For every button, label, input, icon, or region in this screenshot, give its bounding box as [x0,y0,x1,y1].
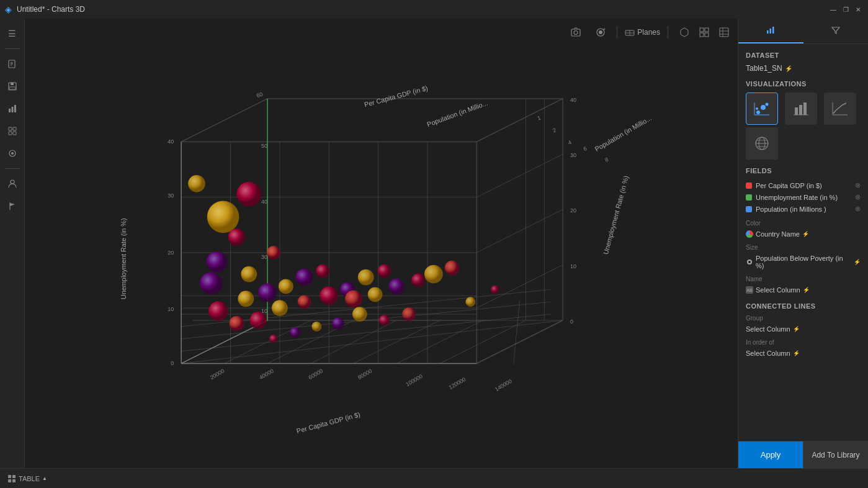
dataset-link-icon[interactable]: ⚡ [785,65,792,72]
chart-area[interactable]: Planes [25,19,738,468]
group-edit-icon[interactable]: ⚡ [793,326,800,332]
size-value: Population Below Poverty (in %) [756,255,851,269]
grid-view-icon[interactable] [696,24,713,41]
color-edit-icon[interactable]: ⚡ [802,231,809,237]
group-label: Group [746,315,861,322]
svg-rect-5 [11,83,14,85]
svg-line-63 [477,320,563,363]
svg-point-111 [207,201,239,233]
left-sidebar: ☰ [0,19,25,468]
minimize-button[interactable]: — [828,4,838,14]
svg-point-140 [491,285,499,294]
restore-button[interactable]: ❐ [841,4,851,14]
svg-point-118 [267,246,280,260]
svg-point-113 [207,251,228,273]
svg-text:0: 0 [171,360,174,366]
order-edit-icon[interactable]: ⚡ [793,350,800,356]
screenshot-icon[interactable] [567,24,584,41]
svg-point-141 [332,317,344,330]
sidebar-shapes-icon[interactable] [2,143,22,163]
chart-3d-svg: .grid-line { stroke: #555; stroke-width:… [25,19,738,468]
svg-point-136 [411,274,425,287]
svg-point-134 [368,287,383,302]
field-dot-green [746,194,752,201]
sidebar-chart-icon[interactable] [2,99,22,119]
sidebar-flag-icon[interactable] [2,196,22,216]
field-population-label: Population (in Millions ) [756,206,826,213]
size-edit-icon[interactable]: ⚡ [854,259,861,265]
svg-rect-8 [11,107,13,112]
table-view-icon[interactable] [715,24,733,41]
sidebar-divider-1 [5,48,20,49]
field-gdp-remove[interactable]: ⊗ [855,181,861,189]
table-label: TABLE [19,475,40,482]
viz-line3d[interactable] [824,93,856,125]
viz-grid [746,93,861,160]
dataset-section-title: DATASET [746,52,861,59]
color-selector[interactable]: Country Name ⚡ [746,229,861,239]
planes-button[interactable]: Planes [625,27,660,37]
title-bar: ◈ Untitled* - Charts 3D — ❐ ✕ [0,0,868,19]
viz-bar3d[interactable] [785,93,817,125]
svg-rect-11 [13,127,16,130]
sidebar-grid-icon[interactable] [2,121,22,141]
add-to-library-button[interactable]: Add To Library [803,441,868,468]
svg-text:Unemployment Rate (in %): Unemployment Rate (in %) [602,175,630,255]
tab-chart-settings[interactable] [738,19,803,43]
app-icon: ◈ [5,4,12,14]
svg-point-120 [238,291,254,307]
sidebar-menu-icon[interactable]: ☰ [2,24,22,43]
svg-text:20: 20 [168,250,174,256]
svg-rect-18 [571,29,580,36]
svg-rect-27 [700,28,704,32]
svg-line-53 [310,320,396,363]
size-selector[interactable]: Population Below Poverty (in %) ⚡ [746,253,861,271]
svg-point-21 [599,30,602,34]
sidebar-save-icon[interactable] [2,76,22,96]
svg-text:Per Capita GDP (in $): Per Capita GDP (in $) [296,410,361,435]
svg-point-122 [230,316,244,331]
svg-point-115 [228,228,246,246]
field-unemployment-remove[interactable]: ⊗ [855,193,861,201]
svg-point-121 [258,283,277,302]
svg-rect-149 [770,29,772,34]
sidebar-profile-icon[interactable] [2,174,22,194]
svg-rect-148 [767,30,769,34]
order-selector[interactable]: Select Column ⚡ [746,348,861,358]
apply-button[interactable]: Apply [738,441,803,468]
svg-point-147 [269,335,278,343]
svg-line-72 [477,209,563,252]
svg-line-62 [477,99,563,142]
hexagon-icon[interactable] [676,24,693,41]
svg-rect-28 [705,28,709,32]
field-gdp-label: Per Capita GDP (in $) [756,182,822,189]
tab-filter[interactable] [803,19,869,43]
svg-rect-7 [9,109,11,112]
field-population-remove[interactable]: ⊗ [855,205,861,213]
svg-rect-31 [720,28,728,37]
svg-text:40: 40 [168,138,174,145]
field-dot-red [746,183,752,189]
field-row-unemployment: Unemployment Rate (in %) ⊗ [746,191,861,203]
group-selector[interactable]: Select Column ⚡ [746,324,861,334]
name-selector[interactable]: AB Select Column ⚡ [746,285,861,295]
viz-scatter3d[interactable] [746,93,778,125]
field-dot-blue [746,206,752,212]
sidebar-new-icon[interactable] [2,54,22,74]
connected-lines-title: CONNECTED LINES [746,302,861,310]
svg-text:Population (in Millio...: Population (in Millio... [593,114,653,153]
svg-text:60: 60 [256,91,264,99]
name-edit-icon[interactable]: ⚡ [803,287,810,293]
table-toggle-button[interactable]: TABLE ▲ [7,474,47,483]
svg-point-131 [358,269,374,286]
viz-globe[interactable] [746,127,778,160]
fields-list: Per Capita GDP (in $) ⊗ Unemployment Rat… [746,179,861,215]
field-row-population: Population (in Millions ) ⊗ [746,203,861,215]
svg-text:20: 20 [570,207,576,214]
close-button[interactable]: ✕ [853,4,863,14]
right-panel: DATASET Table1_SN ⚡ VISUALIZATIONS [738,19,868,468]
record-icon[interactable] [592,24,609,41]
svg-text:0: 0 [570,319,573,325]
svg-point-127 [272,300,288,316]
svg-point-138 [445,261,460,276]
